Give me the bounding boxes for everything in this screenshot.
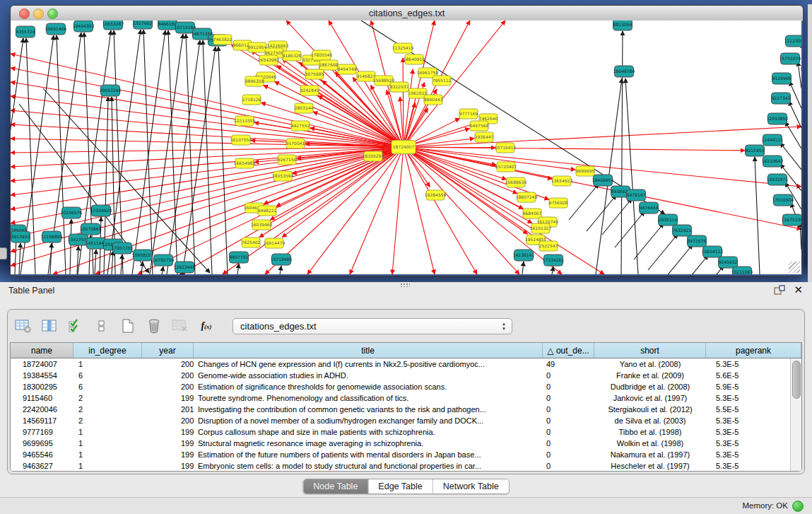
graph-edge[interactable] (180, 147, 404, 274)
graph-node[interactable]: 10653287 (102, 21, 124, 30)
graph-node[interactable]: 16543982 (258, 55, 280, 65)
graph-node[interactable]: 12213359 (234, 116, 256, 126)
graph-node[interactable]: 9857751 (230, 252, 249, 263)
graph-node[interactable]: 10688639 (505, 177, 527, 187)
graph-node[interactable]: 8912954 (248, 42, 267, 52)
graph-hub-node[interactable]: 18724007 (392, 141, 416, 154)
graph-node[interactable]: 2803144 (295, 103, 314, 113)
graph-node[interactable]: 5675685 (305, 69, 324, 79)
function-builder-icon[interactable]: f(x) (198, 318, 215, 334)
delete-column-icon[interactable] (146, 318, 163, 334)
table-cell[interactable]: Estimation of significance thresholds fo… (194, 381, 543, 392)
table-cell[interactable]: 5.3E-5 (706, 415, 801, 426)
graph-node[interactable]: 14136141 (513, 250, 535, 261)
graph-node[interactable]: 18640910 (404, 54, 425, 64)
float-panel-icon[interactable] (774, 285, 785, 296)
select-rows-icon[interactable] (67, 318, 84, 334)
graph-node[interactable]: 15751074 (779, 53, 801, 64)
graph-node[interactable]: 16151327 (530, 223, 552, 233)
graph-node[interactable]: 20053346 (100, 85, 122, 96)
table-cell[interactable]: 5.9E-5 (706, 381, 801, 392)
graph-edge[interactable] (95, 250, 96, 274)
graph-edge[interactable] (218, 47, 228, 274)
table-cell[interactable]: Tibbo et al. (1998) (594, 426, 706, 438)
table-cell[interactable]: Dudbridge et al. (2008) (594, 381, 706, 392)
graph-edge[interactable] (11, 147, 404, 266)
table-cell[interactable]: 1 (73, 358, 142, 370)
table-cell[interactable]: 9463627 (11, 460, 73, 472)
graph-edge[interactable] (552, 267, 553, 274)
graph-node[interactable]: 6497568 (470, 121, 489, 131)
column-header-title[interactable]: title (194, 343, 543, 358)
graph-edge[interactable] (282, 147, 404, 238)
graph-node[interactable]: 9777169 (459, 109, 478, 119)
table-cell[interactable]: 9699695 (11, 438, 73, 449)
table-cell[interactable]: 5.3E-5 (706, 460, 801, 472)
graph-edge[interactable] (403, 58, 404, 147)
graph-edge[interactable] (663, 245, 693, 274)
table-cell[interactable]: 5.6E-5 (706, 370, 801, 381)
table-cell[interactable]: 1997 (142, 460, 194, 472)
table-cell[interactable]: 0 (543, 370, 594, 381)
table-row[interactable]: 1938455462009Genome-wide association stu… (11, 370, 801, 381)
table-cell[interactable]: Corpus callosum shape and size in male p… (194, 426, 543, 438)
column-header-pagerank[interactable]: pagerank (706, 343, 801, 358)
graph-node[interactable]: 16107554 (230, 135, 252, 145)
table-cell[interactable]: 2 (73, 415, 142, 426)
graph-node[interactable]: 16914479 (264, 238, 286, 248)
new-column-icon[interactable] (119, 318, 136, 334)
graph-edge[interactable] (789, 101, 801, 128)
graph-node[interactable]: 20691406 (45, 23, 67, 35)
graph-node[interactable]: 8454749 (338, 64, 357, 74)
graph-node[interactable]: 16648784 (613, 66, 635, 77)
table-cell[interactable]: Stergiakouli et al. (2012) (594, 404, 706, 415)
graph-edge[interactable] (150, 34, 183, 274)
table-cell[interactable]: 1 (73, 460, 142, 472)
table-cell[interactable]: 2 (73, 392, 142, 404)
table-row[interactable]: 1830029562008Estimation of significance … (11, 381, 801, 392)
table-cell[interactable]: 18300295 (11, 381, 73, 392)
graph-edge[interactable] (625, 78, 638, 274)
table-mode-icon[interactable] (15, 318, 32, 334)
table-cell[interactable]: 6 (73, 381, 142, 392)
table-cell[interactable]: Genome-wide association studies in ADHD. (194, 370, 543, 381)
graph-node[interactable]: 8322037 (390, 82, 409, 92)
table-cell[interactable]: 2012 (142, 404, 194, 415)
table-row[interactable]: 1872400712008Changes of HCN gene express… (11, 358, 801, 370)
table-row[interactable]: 2242004622012Investigating the contribut… (11, 404, 801, 415)
graph-edge[interactable] (634, 223, 664, 259)
table-cell[interactable]: Disruption of a novel member of a sodium… (194, 415, 543, 426)
table-cell[interactable]: 2008 (142, 358, 194, 370)
table-row[interactable]: 969969511998Structural magnetic resonanc… (11, 438, 801, 449)
table-row[interactable]: 911546021997Tourette syndrome. Phenomeno… (11, 392, 801, 404)
graph-edge[interactable] (404, 69, 413, 147)
close-panel-icon[interactable]: ✕ (794, 284, 803, 296)
graph-edge[interactable] (404, 147, 495, 148)
graph-node[interactable]: 10211063 (731, 267, 753, 274)
scrollbar-thumb[interactable] (792, 361, 801, 399)
graph-node[interactable]: 9896358 (245, 76, 264, 86)
graph-node[interactable]: 9170041 (286, 139, 305, 148)
graph-node[interactable]: 8990443 (424, 95, 443, 105)
graph-node[interactable]: 16039468 (251, 220, 273, 230)
graph-edge[interactable] (143, 30, 153, 274)
table-cell[interactable]: 0 (543, 449, 594, 460)
graph-node[interactable]: 7625402 (242, 238, 261, 247)
table-cell[interactable]: 1998 (142, 438, 194, 449)
graph-edge[interactable] (404, 147, 575, 170)
table-cell[interactable]: Investigating the contribution of common… (194, 404, 543, 415)
graph-node[interactable]: 2935114 (659, 214, 678, 226)
graph-node[interactable]: 10958107 (132, 250, 154, 261)
network-canvas[interactable]: 4355724206914061940439310653287152760284… (11, 21, 801, 274)
table-cell[interactable]: 1998 (142, 426, 194, 438)
graph-edge[interactable] (780, 143, 801, 170)
graph-node[interactable]: 8427552 (291, 121, 310, 131)
graph-node[interactable]: 9498222 (258, 206, 277, 216)
graph-node[interactable]: 15720407 (495, 162, 517, 172)
graph-edge[interactable] (404, 147, 435, 274)
graph-edge[interactable] (132, 30, 165, 274)
vertical-scrollbar[interactable] (790, 358, 801, 471)
graph-edge[interactable] (587, 195, 616, 231)
graph-edge[interactable] (755, 157, 760, 274)
node-table[interactable]: namein_degreeyeartitle△ out_de...shortpa… (10, 342, 802, 472)
